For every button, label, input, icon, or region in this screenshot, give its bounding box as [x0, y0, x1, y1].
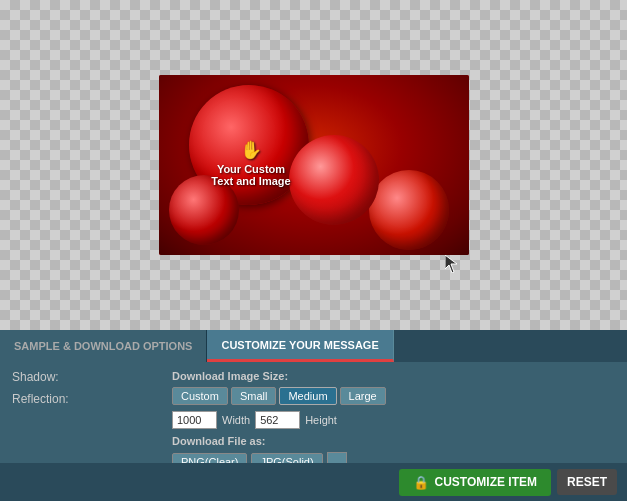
- shadow-row: Shadow:: [12, 370, 162, 384]
- size-btn-medium[interactable]: Medium: [279, 387, 336, 405]
- width-label: Width: [222, 414, 250, 426]
- size-btn-custom[interactable]: Custom: [172, 387, 228, 405]
- width-input[interactable]: [172, 411, 217, 429]
- lock-icon: 🔒: [413, 475, 429, 490]
- tab-sample[interactable]: SAMPLE & DOWNLOAD OPTIONS: [0, 330, 207, 362]
- reflection-label: Reflection:: [12, 392, 92, 406]
- cursor: [445, 255, 457, 273]
- reflection-row: Reflection:: [12, 392, 162, 406]
- size-btn-small[interactable]: Small: [231, 387, 277, 405]
- tab-customize-label: CUSTOMIZE YOUR MESSAGE: [221, 339, 378, 351]
- height-label: Height: [305, 414, 337, 426]
- product-image: ✋ Your Custom Text and Image: [159, 75, 469, 255]
- ornament-text-overlay: ✋ Your Custom Text and Image: [194, 105, 309, 220]
- tab-customize[interactable]: CUSTOMIZE YOUR MESSAGE: [207, 330, 393, 362]
- shadow-label: Shadow:: [12, 370, 92, 384]
- size-buttons-group: Custom Small Medium Large: [172, 387, 615, 405]
- tab-sample-label: SAMPLE & DOWNLOAD OPTIONS: [14, 340, 192, 352]
- right-column: Download Image Size: Custom Small Medium…: [172, 370, 615, 476]
- left-column: Shadow: Reflection:: [12, 370, 172, 476]
- ornament-scene: ✋ Your Custom Text and Image: [159, 75, 469, 255]
- action-bar: 🔒 CUSTOMIZE ITEM RESET: [0, 463, 627, 501]
- ornament-text-line1: Your Custom: [217, 163, 285, 175]
- reset-button[interactable]: RESET: [557, 469, 617, 495]
- customize-label: CUSTOMIZE ITEM: [435, 475, 537, 489]
- tabs-bar: SAMPLE & DOWNLOAD OPTIONS CUSTOMIZE YOUR…: [0, 330, 627, 362]
- ornament-text-line2: Text and Image: [211, 175, 290, 187]
- ornament-small2: [369, 170, 449, 250]
- download-as-label: Download File as:: [172, 435, 615, 447]
- size-btn-large[interactable]: Large: [340, 387, 386, 405]
- hand-icon: ✋: [240, 139, 262, 161]
- bottom-panel: SAMPLE & DOWNLOAD OPTIONS CUSTOMIZE YOUR…: [0, 330, 627, 501]
- download-size-label: Download Image Size:: [172, 370, 615, 382]
- canvas-area: ✋ Your Custom Text and Image: [0, 0, 627, 330]
- svg-marker-0: [445, 255, 457, 273]
- dimensions-row: Width Height: [172, 411, 615, 429]
- height-input[interactable]: [255, 411, 300, 429]
- customize-button[interactable]: 🔒 CUSTOMIZE ITEM: [399, 469, 551, 496]
